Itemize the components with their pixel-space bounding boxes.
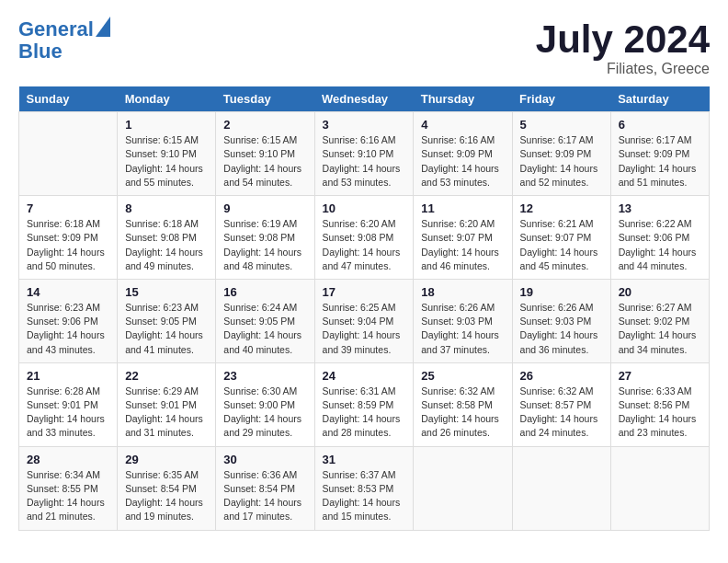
day-info: Sunrise: 6:21 AM Sunset: 9:07 PM Dayligh…: [520, 217, 603, 273]
day-info: Sunrise: 6:16 AM Sunset: 9:10 PM Dayligh…: [323, 133, 406, 190]
day-number: 8: [125, 201, 208, 215]
week-row-3: 14Sunrise: 6:23 AM Sunset: 9:06 PM Dayli…: [19, 279, 710, 362]
day-number: 25: [421, 369, 504, 383]
day-number: 21: [27, 369, 109, 383]
calendar-cell: 24Sunrise: 6:31 AM Sunset: 8:59 PM Dayli…: [314, 362, 414, 446]
calendar-cell: 10Sunrise: 6:20 AM Sunset: 9:08 PM Dayli…: [314, 196, 414, 280]
day-info: Sunrise: 6:20 AM Sunset: 9:07 PM Dayligh…: [421, 217, 504, 273]
day-info: Sunrise: 6:34 AM Sunset: 8:55 PM Dayligh…: [27, 468, 109, 524]
week-row-1: 1Sunrise: 6:15 AM Sunset: 9:10 PM Daylig…: [19, 112, 710, 196]
logo-general: General: [18, 17, 94, 40]
day-info: Sunrise: 6:20 AM Sunset: 9:08 PM Dayligh…: [323, 217, 406, 273]
day-info: Sunrise: 6:30 AM Sunset: 9:00 PM Dayligh…: [223, 385, 306, 441]
day-info: Sunrise: 6:32 AM Sunset: 8:57 PM Dayligh…: [520, 385, 603, 441]
day-number: 29: [125, 453, 208, 466]
day-info: Sunrise: 6:24 AM Sunset: 9:05 PM Dayligh…: [223, 301, 306, 357]
calendar-cell: 16Sunrise: 6:24 AM Sunset: 9:05 PM Dayli…: [216, 279, 314, 362]
day-info: Sunrise: 6:17 AM Sunset: 9:09 PM Dayligh…: [520, 133, 603, 190]
calendar-cell: 6Sunrise: 6:17 AM Sunset: 9:09 PM Daylig…: [610, 112, 709, 196]
calendar-cell: 12Sunrise: 6:21 AM Sunset: 9:07 PM Dayli…: [512, 196, 610, 280]
calendar-cell: 27Sunrise: 6:33 AM Sunset: 8:56 PM Dayli…: [610, 362, 709, 446]
day-info: Sunrise: 6:33 AM Sunset: 8:56 PM Dayligh…: [619, 385, 701, 441]
calendar-cell: 29Sunrise: 6:35 AM Sunset: 8:54 PM Dayli…: [118, 446, 216, 530]
calendar-cell: [414, 446, 512, 530]
day-info: Sunrise: 6:26 AM Sunset: 9:03 PM Dayligh…: [421, 301, 504, 357]
calendar-cell: 2Sunrise: 6:15 AM Sunset: 9:10 PM Daylig…: [216, 112, 314, 196]
day-info: Sunrise: 6:23 AM Sunset: 9:06 PM Dayligh…: [27, 301, 109, 357]
calendar-cell: 28Sunrise: 6:34 AM Sunset: 8:55 PM Dayli…: [19, 446, 118, 530]
calendar-cell: 15Sunrise: 6:23 AM Sunset: 9:05 PM Dayli…: [118, 279, 216, 362]
day-number: 19: [520, 285, 603, 299]
logo: General Blue: [18, 18, 110, 63]
day-number: 23: [223, 369, 306, 383]
day-info: Sunrise: 6:37 AM Sunset: 8:53 PM Dayligh…: [323, 468, 406, 524]
title-block: July 2024 Filiates, Greece: [536, 18, 710, 77]
calendar-cell: 18Sunrise: 6:26 AM Sunset: 9:03 PM Dayli…: [414, 279, 512, 362]
day-number: 20: [619, 285, 701, 299]
day-number: 2: [223, 118, 306, 132]
col-header-thursday: Thursday: [414, 86, 512, 112]
calendar-cell: 21Sunrise: 6:28 AM Sunset: 9:01 PM Dayli…: [19, 362, 118, 446]
location-text: Filiates, Greece: [536, 61, 710, 77]
day-number: 14: [27, 285, 109, 299]
calendar-table: SundayMondayTuesdayWednesdayThursdayFrid…: [18, 86, 710, 530]
day-info: Sunrise: 6:22 AM Sunset: 9:06 PM Dayligh…: [619, 217, 701, 273]
col-header-sunday: Sunday: [19, 86, 118, 112]
day-number: 7: [27, 201, 109, 215]
day-number: 3: [323, 118, 406, 132]
col-header-wednesday: Wednesday: [314, 86, 414, 112]
day-info: Sunrise: 6:25 AM Sunset: 9:04 PM Dayligh…: [323, 301, 406, 357]
calendar-cell: 14Sunrise: 6:23 AM Sunset: 9:06 PM Dayli…: [19, 279, 118, 362]
day-number: 16: [223, 285, 306, 299]
day-number: 18: [421, 285, 504, 299]
calendar-cell: 5Sunrise: 6:17 AM Sunset: 9:09 PM Daylig…: [512, 112, 610, 196]
day-number: 13: [619, 201, 701, 215]
day-info: Sunrise: 6:17 AM Sunset: 9:09 PM Dayligh…: [619, 133, 701, 190]
calendar-cell: 8Sunrise: 6:18 AM Sunset: 9:08 PM Daylig…: [118, 196, 216, 280]
col-header-tuesday: Tuesday: [216, 86, 314, 112]
calendar-cell: 23Sunrise: 6:30 AM Sunset: 9:00 PM Dayli…: [216, 362, 314, 446]
day-number: 15: [125, 285, 208, 299]
day-number: 11: [421, 201, 504, 215]
calendar-cell: 7Sunrise: 6:18 AM Sunset: 9:09 PM Daylig…: [19, 196, 118, 280]
col-header-monday: Monday: [118, 86, 216, 112]
calendar-cell: 9Sunrise: 6:19 AM Sunset: 9:08 PM Daylig…: [216, 196, 314, 280]
calendar-cell: [610, 446, 709, 530]
page-header: General Blue July 2024 Filiates, Greece: [18, 18, 710, 77]
day-number: 31: [323, 453, 406, 466]
day-info: Sunrise: 6:35 AM Sunset: 8:54 PM Dayligh…: [125, 468, 208, 524]
week-row-5: 28Sunrise: 6:34 AM Sunset: 8:55 PM Dayli…: [19, 446, 710, 530]
calendar-cell: [19, 112, 118, 196]
day-info: Sunrise: 6:29 AM Sunset: 9:01 PM Dayligh…: [125, 385, 208, 441]
day-info: Sunrise: 6:18 AM Sunset: 9:09 PM Dayligh…: [27, 217, 109, 273]
calendar-cell: 13Sunrise: 6:22 AM Sunset: 9:06 PM Dayli…: [610, 196, 709, 280]
day-number: 27: [619, 369, 701, 383]
calendar-cell: 30Sunrise: 6:36 AM Sunset: 8:54 PM Dayli…: [216, 446, 314, 530]
day-info: Sunrise: 6:18 AM Sunset: 9:08 PM Dayligh…: [125, 217, 208, 273]
col-header-friday: Friday: [512, 86, 610, 112]
calendar-header-row: SundayMondayTuesdayWednesdayThursdayFrid…: [19, 86, 710, 112]
day-number: 10: [323, 201, 406, 215]
day-number: 28: [27, 453, 109, 466]
calendar-cell: 22Sunrise: 6:29 AM Sunset: 9:01 PM Dayli…: [118, 362, 216, 446]
calendar-cell: [512, 446, 610, 530]
day-info: Sunrise: 6:31 AM Sunset: 8:59 PM Dayligh…: [323, 385, 406, 441]
day-info: Sunrise: 6:15 AM Sunset: 9:10 PM Dayligh…: [223, 133, 306, 190]
day-number: 22: [125, 369, 208, 383]
week-row-4: 21Sunrise: 6:28 AM Sunset: 9:01 PM Dayli…: [19, 362, 710, 446]
logo-text: General: [18, 18, 94, 40]
day-info: Sunrise: 6:26 AM Sunset: 9:03 PM Dayligh…: [520, 301, 603, 357]
day-info: Sunrise: 6:27 AM Sunset: 9:02 PM Dayligh…: [619, 301, 701, 357]
calendar-cell: 25Sunrise: 6:32 AM Sunset: 8:58 PM Dayli…: [414, 362, 512, 446]
svg-marker-0: [96, 17, 110, 37]
calendar-cell: 26Sunrise: 6:32 AM Sunset: 8:57 PM Dayli…: [512, 362, 610, 446]
day-number: 1: [125, 118, 208, 132]
day-number: 24: [323, 369, 406, 383]
day-info: Sunrise: 6:36 AM Sunset: 8:54 PM Dayligh…: [223, 468, 306, 524]
col-header-saturday: Saturday: [610, 86, 709, 112]
day-number: 9: [223, 201, 306, 215]
calendar-cell: 17Sunrise: 6:25 AM Sunset: 9:04 PM Dayli…: [314, 279, 414, 362]
day-number: 6: [619, 118, 701, 132]
day-info: Sunrise: 6:32 AM Sunset: 8:58 PM Dayligh…: [421, 385, 504, 441]
calendar-cell: 3Sunrise: 6:16 AM Sunset: 9:10 PM Daylig…: [314, 112, 414, 196]
